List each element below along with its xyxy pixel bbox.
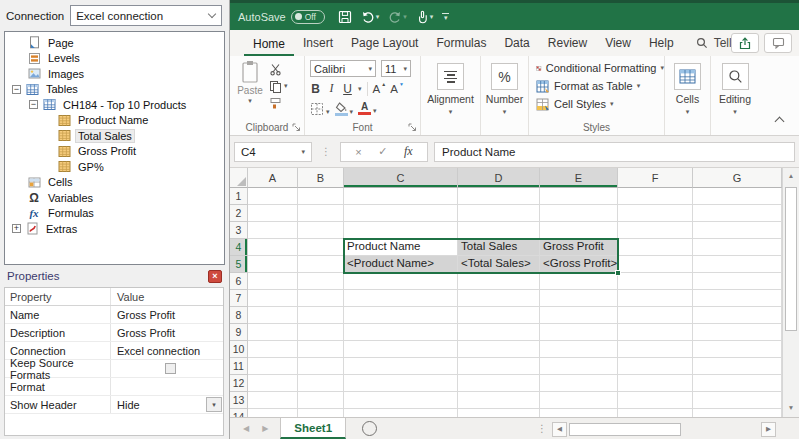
conditional-formatting-button[interactable]: Conditional Formatting ▾ — [536, 61, 664, 75]
tree-item-product-name[interactable]: Product Name — [5, 113, 224, 129]
tab-home[interactable]: Home — [244, 32, 294, 57]
redo-button[interactable]: ▾ — [388, 10, 407, 24]
underline-button[interactable]: U — [342, 82, 353, 96]
cell-E10[interactable] — [540, 341, 618, 358]
autosave-control[interactable]: AutoSave Off — [238, 10, 325, 24]
cell-D14[interactable] — [458, 409, 540, 417]
row-header-1[interactable]: 1 — [230, 188, 248, 205]
cell-E8[interactable] — [540, 307, 618, 324]
column-header-B[interactable]: B — [298, 168, 344, 188]
undo-button[interactable]: ▾ — [361, 10, 380, 24]
cell-D8[interactable] — [458, 307, 540, 324]
cell-B8[interactable] — [298, 307, 344, 324]
property-row-keep-source-formats[interactable]: Keep Source Formats — [5, 360, 223, 378]
row-header-6[interactable]: 6 — [230, 273, 248, 290]
cell-A12[interactable] — [248, 375, 298, 392]
increase-font-size-button[interactable]: A▲ — [373, 83, 386, 95]
cell-E11[interactable] — [540, 358, 618, 375]
cell-C14[interactable] — [344, 409, 458, 417]
cell-C11[interactable] — [344, 358, 458, 375]
cell-C13[interactable] — [344, 392, 458, 409]
cell-G9[interactable] — [693, 324, 782, 341]
borders-button[interactable]: ▾ — [310, 102, 330, 116]
cell-C12[interactable] — [344, 375, 458, 392]
cell-B4[interactable] — [298, 239, 344, 256]
cell-G4[interactable] — [693, 239, 782, 256]
cell-D5[interactable]: <Total Sales> — [458, 256, 540, 273]
touch-mouse-mode-button[interactable]: ▾ — [416, 10, 434, 24]
cell-C10[interactable] — [344, 341, 458, 358]
cell-A9[interactable] — [248, 324, 298, 341]
column-header-D[interactable]: D — [458, 168, 540, 188]
cell-styles-button[interactable]: Cell Styles ▾ — [536, 97, 664, 111]
fill-color-button[interactable]: ▾ — [335, 102, 354, 116]
tree-item-ch184-table[interactable]: − CH184 - Top 10 Products — [5, 97, 224, 113]
vertical-scroll-thumb[interactable] — [785, 187, 797, 331]
tree-item-total-sales[interactable]: Total Sales — [5, 128, 224, 144]
tree-item-formulas[interactable]: fx Formulas — [5, 206, 224, 222]
row-header-10[interactable]: 10 — [230, 341, 248, 358]
cell-F2[interactable] — [618, 205, 693, 222]
italic-button[interactable]: I — [326, 81, 337, 96]
font-name-combobox[interactable]: Calibri ▾ — [310, 60, 376, 77]
cell-A7[interactable] — [248, 290, 298, 307]
cell-D2[interactable] — [458, 205, 540, 222]
cell-B7[interactable] — [298, 290, 344, 307]
font-color-button[interactable]: A ▾ — [358, 102, 377, 115]
cell-G1[interactable] — [693, 188, 782, 205]
property-row-show-header[interactable]: Show Header Hide ▾ — [5, 396, 223, 414]
paste-button[interactable]: Paste ▾ — [235, 60, 265, 110]
cell-A2[interactable] — [248, 205, 298, 222]
formula-bar-splitter[interactable]: ⋮ — [321, 146, 331, 157]
cell-A13[interactable] — [248, 392, 298, 409]
close-icon[interactable]: × — [208, 270, 222, 283]
cell-C5[interactable]: <Product Name> — [344, 256, 458, 273]
cell-G6[interactable] — [693, 273, 782, 290]
tab-page-layout[interactable]: Page Layout — [342, 31, 427, 56]
cell-B10[interactable] — [298, 341, 344, 358]
tree-item-extras[interactable]: + Extras — [5, 221, 224, 237]
editing-group[interactable]: Editing ▾ — [711, 56, 759, 135]
cell-C4[interactable]: Product Name — [344, 239, 458, 256]
format-as-table-button[interactable]: Format as Table ▾ — [536, 79, 664, 93]
row-header-8[interactable]: 8 — [230, 307, 248, 324]
prev-sheet-icon[interactable]: ◀ — [243, 424, 249, 433]
cell-A1[interactable] — [248, 188, 298, 205]
cell-E12[interactable] — [540, 375, 618, 392]
tab-help[interactable]: Help — [640, 31, 683, 56]
row-header-12[interactable]: 12 — [230, 375, 248, 392]
save-button[interactable] — [338, 10, 352, 24]
cell-G14[interactable] — [693, 409, 782, 417]
cell-A10[interactable] — [248, 341, 298, 358]
keep-source-formats-checkbox[interactable] — [165, 363, 176, 374]
expand-icon[interactable]: + — [12, 224, 21, 233]
scroll-left-icon[interactable]: ◀ — [552, 422, 567, 437]
number-group[interactable]: % Number ▾ — [481, 56, 529, 135]
copy-button[interactable]: ▾ — [269, 79, 288, 93]
cell-F5[interactable] — [618, 256, 693, 273]
cell-D11[interactable] — [458, 358, 540, 375]
cell-F9[interactable] — [618, 324, 693, 341]
row-header-13[interactable]: 13 — [230, 392, 248, 409]
cell-G10[interactable] — [693, 341, 782, 358]
cell-D13[interactable] — [458, 392, 540, 409]
font-size-combobox[interactable]: 11 ▾ — [381, 60, 411, 77]
cell-B6[interactable] — [298, 273, 344, 290]
row-header-7[interactable]: 7 — [230, 290, 248, 307]
cell-E7[interactable] — [540, 290, 618, 307]
cell-D7[interactable] — [458, 290, 540, 307]
cell-A4[interactable] — [248, 239, 298, 256]
column-header-A[interactable]: A — [248, 168, 298, 188]
scroll-right-icon[interactable]: ▶ — [761, 422, 776, 437]
cell-A8[interactable] — [248, 307, 298, 324]
tab-formulas[interactable]: Formulas — [427, 31, 495, 56]
cell-A11[interactable] — [248, 358, 298, 375]
sheet-tab-sheet1[interactable]: Sheet1 — [280, 418, 346, 439]
column-header-G[interactable]: G — [693, 168, 782, 188]
cell-F14[interactable] — [618, 409, 693, 417]
tree-item-images[interactable]: Images — [5, 66, 224, 82]
cut-button[interactable] — [269, 62, 288, 76]
cell-B14[interactable] — [298, 409, 344, 417]
cell-C6[interactable] — [344, 273, 458, 290]
cell-A5[interactable] — [248, 256, 298, 273]
